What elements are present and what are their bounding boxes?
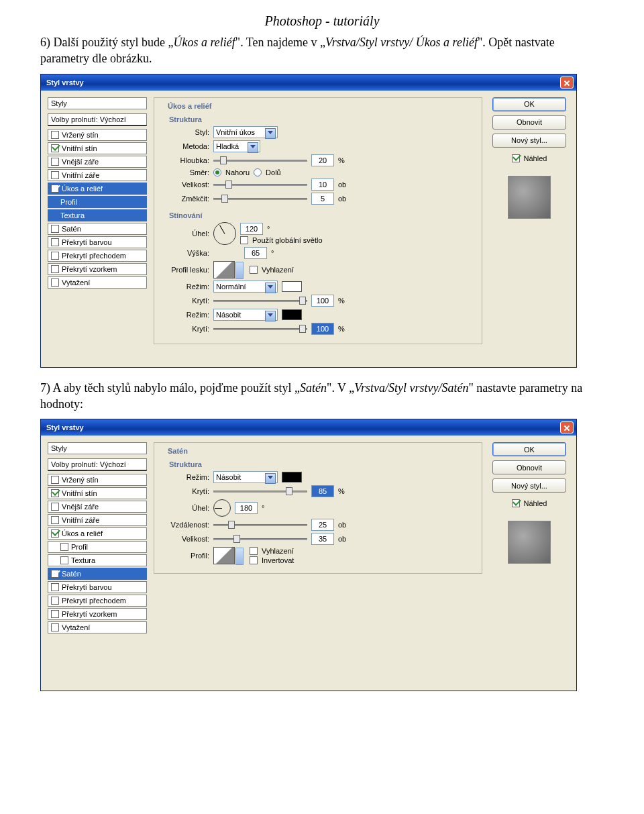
size-slider[interactable] [213, 180, 307, 189]
angle-input[interactable]: 180 [235, 502, 258, 514]
sidebar-item-satin[interactable]: Satén [48, 223, 147, 235]
blend-options[interactable]: Volby prolnutí: Výchozí [48, 458, 147, 471]
sidebar-item-drop-shadow[interactable]: Vržený stín [48, 129, 147, 141]
altitude-input[interactable]: 65 [244, 247, 267, 259]
sidebar-item-color-overlay[interactable]: Překrytí barvou [48, 581, 147, 593]
angle-input[interactable]: 120 [240, 223, 263, 235]
gloss-contour[interactable] [213, 261, 235, 278]
distance-input[interactable]: 25 [311, 519, 334, 531]
sidebar-item-inner-shadow[interactable]: Vnitřní stín [48, 142, 147, 154]
direction-up-label: Nahoru [225, 168, 250, 176]
sidebar-item-pattern-overlay[interactable]: Překrytí vzorkem [48, 263, 147, 275]
technique-select[interactable]: Hladká [213, 140, 260, 152]
direction-up-radio[interactable] [213, 168, 221, 176]
titlebar[interactable]: Styl vrstvy [41, 74, 576, 91]
sidebar-item-stroke[interactable]: Vytažení [48, 621, 147, 633]
sidebar-item-inner-glow[interactable]: Vnitřní záře [48, 514, 147, 526]
shadow-opacity-input[interactable]: 100 [311, 323, 334, 335]
highlight-mode-select[interactable]: Normální [213, 281, 278, 293]
sidebar-header[interactable]: Styly [48, 97, 147, 109]
preview-checkbox[interactable] [512, 499, 520, 507]
blend-options[interactable]: Volby prolnutí: Výchozí [48, 113, 147, 126]
sidebar-item-bevel[interactable]: Úkos a reliéf [48, 183, 147, 195]
sidebar-item-contour[interactable]: Profil [48, 196, 147, 208]
size-unit: ob [338, 181, 346, 189]
preview-checkbox[interactable] [512, 154, 520, 162]
style-select[interactable]: Vnitřní úkos [213, 126, 278, 138]
sidebar-item-drop-shadow[interactable]: Vržený stín [48, 474, 147, 486]
size-input[interactable]: 35 [311, 533, 334, 545]
satin-group-title: Satén [165, 447, 191, 455]
paragraph-6: 6) Další použitý styl bude „Úkos a relié… [40, 34, 604, 67]
new-style-button[interactable]: Nový styl... [492, 134, 566, 148]
direction-down-radio[interactable] [254, 168, 262, 176]
page-title: Photoshop - tutoriály [40, 13, 604, 29]
gloss-label: Profil lesku: [161, 266, 209, 274]
dialog-title: Styl vrstvy [46, 423, 560, 431]
shadow-opacity-slider[interactable] [213, 324, 307, 334]
global-light-checkbox[interactable] [240, 236, 248, 244]
highlight-color-swatch[interactable] [282, 281, 302, 292]
reset-button[interactable]: Obnovit [492, 115, 566, 130]
size-slider[interactable] [213, 534, 307, 544]
sidebar-item-texture[interactable]: Textura [48, 554, 147, 566]
layer-style-dialog-satin: Styl vrstvy Styly Volby prolnutí: Výchoz… [40, 419, 577, 691]
technique-label: Metoda: [161, 142, 209, 150]
ok-button[interactable]: OK [492, 442, 566, 456]
size-label: Velikost: [161, 181, 209, 189]
soften-slider[interactable] [213, 194, 307, 203]
opacity-label: Krytí: [161, 487, 209, 495]
invert-checkbox[interactable] [250, 556, 258, 564]
opacity-slider[interactable] [213, 487, 307, 496]
sidebar-item-bevel[interactable]: Úkos a reliéf [48, 527, 147, 540]
new-style-button[interactable]: Nový styl... [492, 478, 566, 493]
mode-select[interactable]: Násobit [213, 471, 278, 483]
ok-button[interactable]: OK [492, 97, 566, 111]
soften-input[interactable]: 5 [311, 193, 334, 205]
highlight-opacity-slider[interactable] [213, 296, 307, 305]
sidebar-item-gradient-overlay[interactable]: Překrytí přechodem [48, 250, 147, 262]
angle-dial[interactable] [213, 499, 231, 517]
sidebar-item-gradient-overlay[interactable]: Překrytí přechodem [48, 595, 147, 607]
shadow-color-swatch[interactable] [282, 309, 302, 320]
sidebar-item-pattern-overlay[interactable]: Překrytí vzorkem [48, 608, 147, 620]
antialias-checkbox[interactable] [250, 266, 258, 274]
titlebar[interactable]: Styl vrstvy [41, 419, 576, 436]
depth-input[interactable]: 20 [311, 154, 334, 166]
highlight-opacity-input[interactable]: 100 [311, 295, 334, 307]
sidebar-item-color-overlay[interactable]: Překrytí barvou [48, 236, 147, 248]
sidebar-item-inner-shadow[interactable]: Vnitřní stín [48, 487, 147, 499]
close-icon[interactable] [560, 421, 574, 434]
direction-down-label: Dolů [266, 168, 281, 176]
contour-label: Profil: [161, 552, 209, 560]
sidebar-item-texture[interactable]: Textura [48, 209, 147, 221]
distance-slider[interactable] [213, 520, 307, 529]
sidebar-item-inner-glow[interactable]: Vnitřní záře [48, 169, 147, 181]
size-input[interactable]: 10 [311, 179, 334, 191]
sidebar-item-stroke[interactable]: Vytažení [48, 276, 147, 289]
shading-title: Stínování [169, 211, 475, 219]
depth-slider[interactable] [213, 156, 307, 165]
opacity-input[interactable]: 85 [311, 485, 334, 497]
sidebar-item-outer-glow[interactable]: Vnější záře [48, 501, 147, 513]
sidebar-item-contour[interactable]: Profil [48, 541, 147, 553]
reset-button[interactable]: Obnovit [492, 460, 566, 474]
close-icon[interactable] [560, 77, 574, 89]
antialias-label: Vyhlazení [262, 547, 294, 555]
sidebar-item-outer-glow[interactable]: Vnější záře [48, 156, 147, 168]
opacity-unit: % [338, 487, 345, 495]
satin-color-swatch[interactable] [282, 472, 302, 482]
sidebar-header[interactable]: Styly [48, 442, 147, 454]
right-column: OK Obnovit Nový styl... Náhled [489, 442, 570, 564]
angle-dial[interactable] [213, 222, 236, 245]
contour-picker[interactable] [213, 547, 235, 564]
distance-label: Vzdálenost: [161, 521, 209, 529]
preview-label: Náhled [524, 499, 547, 507]
sidebar-item-satin[interactable]: Satén [48, 568, 147, 580]
styles-sidebar: Styly Volby prolnutí: Výchozí Vržený stí… [48, 442, 147, 635]
antialias-checkbox[interactable] [250, 547, 258, 555]
paragraph-7: 7) A aby těch stylů nabylo málo, pojďme … [40, 380, 604, 413]
soften-label: Změkčit: [161, 195, 209, 203]
shadow-mode-select[interactable]: Násobit [213, 309, 278, 321]
structure-title: Struktura [169, 460, 475, 468]
